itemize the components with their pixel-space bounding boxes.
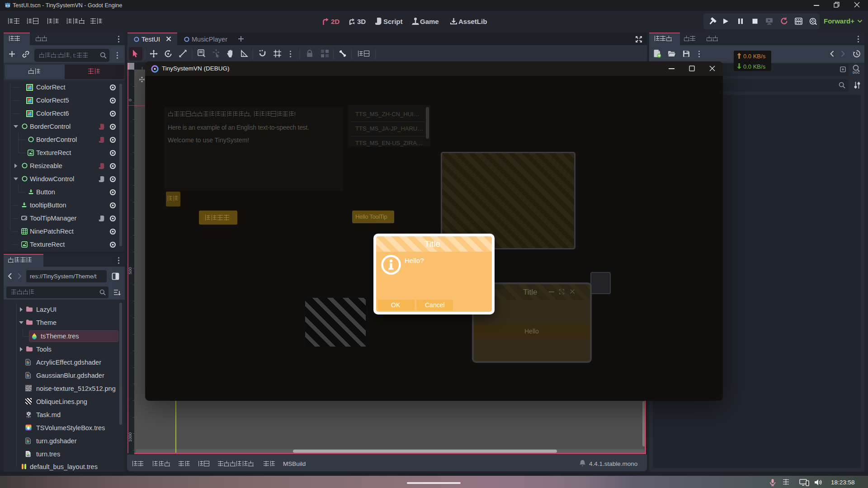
svg-text:VS: VS [26,454,30,457]
svg-text:TXT: TXT [26,416,31,418]
svg-text:DOC: DOC [853,71,860,74]
